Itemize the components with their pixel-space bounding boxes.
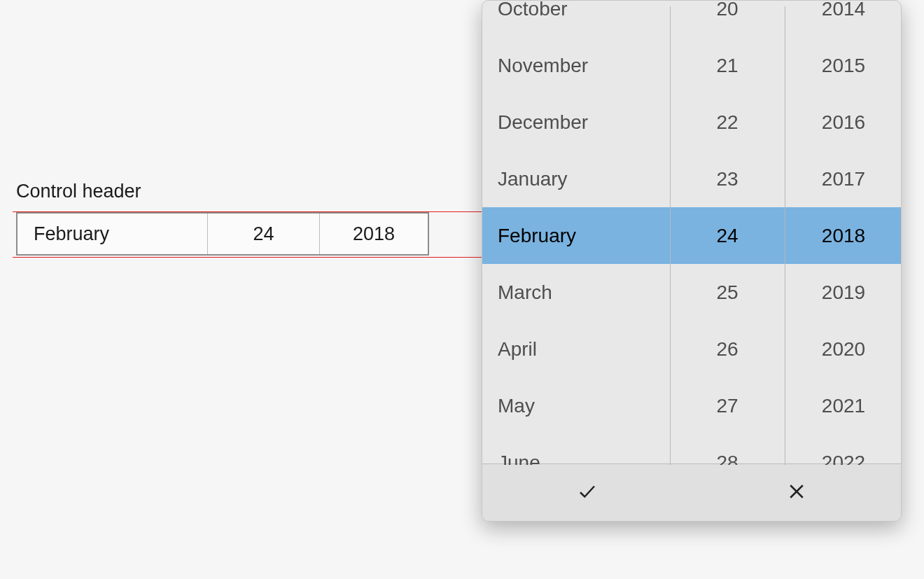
month-option[interactable]: January (482, 151, 670, 207)
day-option[interactable]: 27 (670, 377, 785, 434)
date-picker-field[interactable]: February 24 2018 (16, 212, 429, 256)
date-picker-spinner: OctoberNovemberDecemberJanuaryFebruaryMa… (482, 1, 901, 465)
day-option[interactable]: 25 (670, 264, 785, 321)
month-option[interactable]: April (482, 321, 670, 377)
year-option[interactable]: 2019 (785, 264, 901, 321)
year-option[interactable]: 2021 (785, 377, 901, 434)
check-icon (577, 481, 598, 504)
date-picker-header: Control header (16, 181, 141, 202)
day-option[interactable]: 24 (670, 207, 785, 264)
accept-button[interactable] (482, 464, 692, 521)
year-option[interactable]: 2014 (785, 1, 901, 37)
alignment-guide-top (13, 211, 482, 212)
month-option[interactable]: May (482, 377, 670, 434)
alignment-guide-bottom (13, 257, 482, 258)
date-picker-month-segment[interactable]: February (18, 214, 208, 254)
day-option[interactable]: 22 (670, 94, 785, 151)
day-option[interactable]: 28 (670, 434, 785, 465)
month-spinner[interactable]: OctoberNovemberDecemberJanuaryFebruaryMa… (482, 1, 670, 465)
year-spinner[interactable]: 201420152016201720182019202020212022 (785, 1, 901, 465)
year-option[interactable]: 2015 (785, 37, 901, 94)
column-divider (785, 6, 785, 465)
year-option[interactable]: 2018 (785, 207, 901, 264)
day-option[interactable]: 26 (670, 321, 785, 377)
close-icon (786, 481, 807, 504)
year-option[interactable]: 2017 (785, 151, 901, 207)
day-spinner[interactable]: 202122232425262728 (670, 1, 785, 465)
date-picker-year-segment[interactable]: 2018 (320, 214, 428, 254)
year-option[interactable]: 2022 (785, 434, 901, 465)
month-option[interactable]: November (482, 37, 670, 94)
month-option[interactable]: October (482, 1, 670, 37)
date-picker-day-segment[interactable]: 24 (208, 214, 320, 254)
day-option[interactable]: 21 (670, 37, 785, 94)
day-option[interactable]: 23 (670, 151, 785, 207)
day-option[interactable]: 20 (670, 1, 785, 37)
month-option[interactable]: March (482, 264, 670, 321)
column-divider (670, 6, 671, 465)
month-option[interactable]: February (482, 207, 670, 264)
cancel-button[interactable] (692, 464, 901, 521)
flyout-command-bar (482, 463, 901, 521)
date-picker-flyout: OctoberNovemberDecemberJanuaryFebruaryMa… (482, 0, 902, 522)
year-option[interactable]: 2016 (785, 94, 901, 151)
month-option[interactable]: June (482, 434, 670, 465)
year-option[interactable]: 2020 (785, 321, 901, 377)
month-option[interactable]: December (482, 94, 670, 151)
